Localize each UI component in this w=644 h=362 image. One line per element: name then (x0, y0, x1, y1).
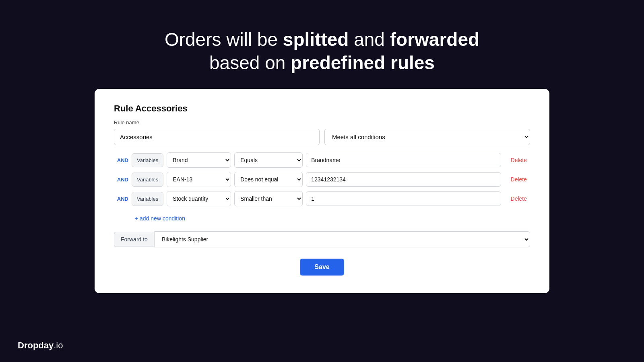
and-label-2: AND (114, 177, 128, 183)
forward-select[interactable]: Bikelights Supplier Other Supplier (154, 231, 530, 247)
hero-section: Orders will be splitted and forwarded ba… (165, 28, 479, 74)
value-input-2[interactable] (306, 172, 501, 187)
condition-mode-select[interactable]: Meets all conditions Meets any condition (324, 129, 530, 145)
condition-row-3: AND Variables Brand EAN-13 Stock quantit… (114, 191, 530, 206)
hero-splitted: splitted (283, 29, 349, 50)
variables-badge-1: Variables (132, 153, 163, 167)
conditions-area: AND Variables Brand EAN-13 Stock quantit… (114, 152, 530, 206)
rule-name-row: Meets all conditions Meets any condition (114, 129, 530, 145)
hero-line2-normal: based on (209, 52, 285, 73)
footer: Dropday.io (18, 340, 63, 351)
forward-label: Forward to (114, 232, 154, 247)
hero-line1-normal: Orders will be (165, 29, 278, 50)
and-label-1: AND (114, 157, 128, 163)
condition-row-2: AND Variables Brand EAN-13 Stock quantit… (114, 172, 530, 187)
delete-button-1[interactable]: Delete (508, 155, 530, 165)
field-select-1[interactable]: Brand EAN-13 Stock quantity (167, 152, 231, 168)
forward-row: Forward to Bikelights Supplier Other Sup… (114, 231, 530, 247)
add-condition-label: + add new condition (135, 215, 185, 222)
value-input-3[interactable] (306, 191, 501, 206)
and-label-3: AND (114, 196, 128, 202)
field-select-3[interactable]: Brand EAN-13 Stock quantity (167, 191, 231, 206)
footer-brand-normal: .io (54, 340, 63, 350)
condition-row: AND Variables Brand EAN-13 Stock quantit… (114, 152, 530, 168)
operator-select-1[interactable]: Equals Does not equal Smaller than Great… (234, 152, 303, 168)
save-button[interactable]: Save (300, 259, 344, 276)
hero-predefined: predefined rules (291, 52, 435, 73)
operator-select-2[interactable]: Equals Does not equal Smaller than Great… (234, 172, 303, 187)
rule-name-input[interactable] (114, 129, 320, 145)
variables-badge-3: Variables (132, 192, 163, 206)
rule-name-label: Rule name (114, 119, 530, 125)
operator-select-3[interactable]: Equals Does not equal Smaller than Great… (234, 191, 303, 206)
field-select-2[interactable]: Brand EAN-13 Stock quantity (167, 172, 231, 187)
save-area: Save (114, 259, 530, 276)
hero-forwarded: forwarded (390, 29, 479, 50)
add-condition-button[interactable]: + add new condition (135, 214, 185, 223)
variables-badge-2: Variables (132, 173, 163, 187)
value-input-1[interactable] (306, 153, 501, 167)
delete-button-3[interactable]: Delete (508, 194, 530, 204)
card-title: Rule Accessories (114, 103, 530, 114)
delete-button-2[interactable]: Delete (508, 175, 530, 184)
footer-brand-bold: Dropday (18, 340, 54, 350)
rule-card: Rule Accessories Rule name Meets all con… (95, 89, 549, 293)
hero-and: and (354, 29, 390, 50)
